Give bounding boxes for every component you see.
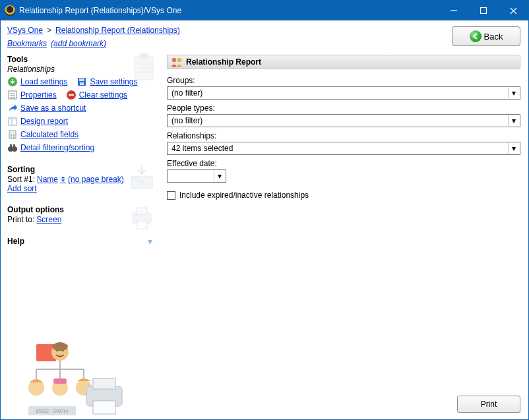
relationship-icon — [170, 57, 182, 67]
breadcrumb-current[interactable]: Relationship Report (Relationships) — [55, 26, 180, 35]
people-types-combo[interactable]: (no filter) ▾ — [167, 114, 520, 127]
binoculars-icon — [7, 142, 18, 153]
svg-rect-18 — [69, 94, 74, 96]
sorting-section: Sorting Sort #1: Name ⇞ (no page break) … — [7, 165, 159, 193]
svg-point-27 — [13, 136, 15, 138]
sort-direction-icon[interactable]: ⇞ — [60, 175, 66, 184]
top-row: VSys One > Relationship Report (Relation… — [1, 20, 528, 51]
main-panel: Relationship Report Groups: (no filter) … — [164, 51, 528, 419]
close-icon — [510, 7, 517, 15]
svg-rect-50 — [93, 378, 115, 389]
help-heading: Help — [7, 237, 24, 246]
form: Groups: (no filter) ▾ People types: (no … — [167, 73, 520, 200]
breadcrumb: VSys One > Relationship Report (Relation… — [7, 26, 180, 35]
svg-rect-20 — [9, 117, 16, 119]
effective-date-combo[interactable]: ▾ — [167, 169, 226, 183]
dropdown-icon: ▾ — [508, 143, 518, 154]
back-button[interactable]: Back — [452, 26, 520, 46]
detail-filter-link[interactable]: Detail filtering/sorting — [20, 143, 94, 152]
svg-rect-47 — [53, 378, 67, 384]
bookmarks-row: Bookmarks (add bookmark) — [7, 39, 180, 48]
sort-field-link[interactable]: Name — [37, 175, 58, 184]
window-title: Relationship Report (Relationships)/VSys… — [19, 6, 439, 15]
printer-icon — [129, 204, 155, 233]
close-button[interactable] — [498, 1, 528, 20]
include-expired-row[interactable]: Include expired/inactive relationships — [167, 191, 520, 200]
svg-point-55 — [177, 58, 181, 62]
dropdown-icon: ▾ — [508, 115, 518, 126]
app-window: Relationship Report (Relationships)/VSys… — [0, 0, 529, 420]
svg-rect-12 — [80, 82, 84, 85]
svg-rect-35 — [137, 221, 147, 229]
help-section: Help ▾ — [7, 236, 159, 247]
svg-rect-30 — [10, 144, 12, 148]
svg-rect-34 — [137, 208, 147, 214]
sort-prefix: Sort #1: — [7, 175, 35, 184]
inbox-icon — [129, 164, 155, 193]
panel-header: Relationship Report — [167, 55, 520, 69]
dropdown-icon: ▾ — [508, 88, 518, 98]
chevron-down-icon[interactable]: ▾ — [148, 236, 152, 247]
design-icon — [7, 116, 18, 127]
dropdown-icon: ▾ — [214, 171, 224, 181]
minimize-icon — [451, 7, 457, 14]
svg-rect-23 — [10, 131, 15, 133]
print-to-label: Print to: — [7, 215, 34, 224]
print-button-label: Print — [481, 400, 497, 409]
svg-rect-5 — [139, 53, 148, 59]
shortcut-icon — [7, 103, 18, 113]
relationships-value: 42 items selected — [171, 144, 233, 153]
window-controls — [439, 1, 528, 20]
print-to-link[interactable]: Screen — [36, 215, 61, 224]
breadcrumb-separator: > — [47, 26, 51, 35]
groups-value: (no filter) — [171, 88, 202, 98]
svg-point-24 — [11, 135, 12, 136]
svg-point-54 — [172, 58, 176, 62]
maximize-button[interactable] — [468, 1, 498, 20]
properties-link[interactable]: Properties — [20, 90, 57, 100]
add-sort-link[interactable]: Add sort — [7, 184, 37, 193]
load-settings-link[interactable]: Load settings — [20, 77, 67, 86]
svg-rect-51 — [93, 401, 115, 414]
include-expired-checkbox[interactable] — [167, 191, 175, 200]
back-arrow-icon — [470, 30, 482, 42]
svg-rect-32 — [131, 177, 152, 189]
groups-label: Groups: — [167, 76, 520, 85]
breadcrumb-root[interactable]: VSys One — [7, 26, 43, 35]
load-icon — [7, 76, 18, 87]
svg-rect-1 — [480, 8, 486, 14]
include-expired-label: Include expired/inactive relationships — [179, 191, 309, 200]
sidebar: Tools Relationships Load settings — [1, 51, 164, 419]
save-settings-link[interactable]: Save settings — [90, 77, 137, 86]
people-types-label: People types: — [167, 104, 520, 113]
design-report-link[interactable]: Design report — [20, 117, 68, 126]
clipboard-icon — [131, 52, 156, 82]
groups-combo[interactable]: (no filter) ▾ — [167, 86, 520, 100]
save-shortcut-link[interactable]: Save as a shortcut — [20, 104, 86, 113]
relationships-label: Relationships: — [167, 131, 520, 140]
sort-pagebreak-link[interactable]: (no page break) — [68, 175, 124, 184]
svg-point-26 — [11, 136, 12, 138]
output-section: Output options Print to: Screen — [7, 205, 159, 224]
titlebar: Relationship Report (Relationships)/VSys… — [1, 1, 528, 20]
clear-settings-link[interactable]: Clear settings — [79, 90, 127, 100]
svg-rect-11 — [79, 78, 84, 81]
relationships-combo[interactable]: 42 items selected ▾ — [167, 142, 520, 155]
properties-icon — [7, 90, 18, 100]
maximize-icon — [480, 7, 487, 14]
people-types-value: (no filter) — [171, 116, 202, 125]
svg-text:85022 - 340714: 85022 - 340714 — [36, 409, 68, 413]
minimize-button[interactable] — [439, 1, 468, 20]
body: Tools Relationships Load settings — [1, 51, 528, 419]
effective-date-label: Effective date: — [167, 159, 520, 168]
svg-point-25 — [13, 135, 15, 136]
tools-list: Load settings Save settings Properties — [7, 76, 159, 153]
print-button[interactable]: Print — [457, 396, 520, 413]
back-button-label: Back — [484, 32, 503, 42]
bookmarks-link[interactable]: Bookmarks — [7, 39, 47, 48]
panel-title: Relationship Report — [186, 57, 261, 67]
calculated-fields-link[interactable]: Calculated fields — [20, 130, 78, 139]
relationship-art-icon: 85022 - 340714 — [23, 340, 129, 419]
add-bookmark-link[interactable]: (add bookmark) — [51, 39, 106, 48]
svg-rect-31 — [13, 144, 15, 148]
